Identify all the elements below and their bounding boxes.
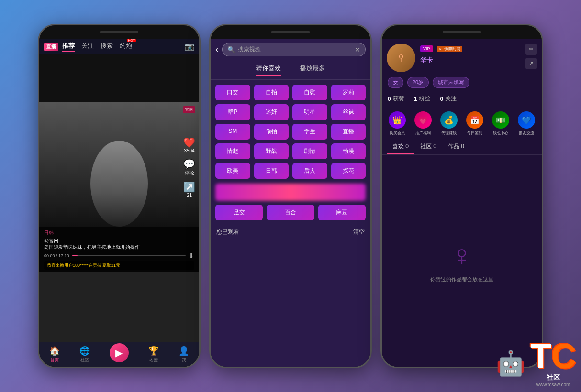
tag-bottom-0[interactable]: 足交 — [215, 205, 263, 220]
hot-badge: HOT — [127, 39, 136, 42]
search-bar[interactable]: 🔍 搜索视频 ✕ — [222, 43, 366, 56]
video-side-actions: ❤️ 3504 💬 评论 ↗️ 21 — [183, 137, 195, 198]
tag-bottom-1[interactable]: 百合 — [267, 205, 314, 220]
vip-expire-badge: VIP到期时间 — [437, 46, 462, 52]
tag-3[interactable]: 罗莉 — [331, 85, 366, 100]
tag-4[interactable]: 群P — [215, 104, 250, 120]
tag-17[interactable]: 日韩 — [254, 163, 289, 179]
video-main[interactable]: 官网 ❤️ 3504 💬 评论 ↗️ 21 — [39, 102, 199, 227]
video-title: @官网 岛国短发韵味妹妹，把男主按地上就开始操作 — [44, 238, 194, 250]
notch-bar-1 — [100, 31, 138, 33]
home-label: 首页 — [50, 357, 59, 363]
tag-16[interactable]: 欧美 — [215, 163, 250, 179]
nav-tab-search[interactable]: 搜索 — [101, 42, 113, 52]
tag-1[interactable]: 自拍 — [254, 85, 289, 100]
profile-action-icons: ✏ ↗ — [525, 44, 537, 69]
comment-icon: 💬 — [183, 158, 195, 170]
profile-tag-gender: 女 — [388, 77, 403, 88]
search-tab-popular[interactable]: 播放最多 — [300, 64, 325, 76]
empty-content: ♀ 你赞过的作品都会放在这里 — [382, 155, 542, 367]
like-count: 3504 — [184, 148, 194, 153]
follow-label: 关注 — [445, 95, 457, 103]
edit-icon[interactable]: ✏ — [525, 44, 537, 55]
action-signin[interactable]: 📅 每日签到 — [463, 111, 486, 136]
tag-bottom-2[interactable]: 麻豆 — [318, 205, 366, 220]
tag-2[interactable]: 自慰 — [292, 85, 327, 100]
share-profile-icon[interactable]: ↗ — [525, 58, 537, 69]
tag-11[interactable]: 直播 — [331, 124, 366, 140]
content-tab-works[interactable]: 作品 0 — [442, 140, 470, 154]
bottom-nav-center[interactable]: ▶ — [110, 343, 129, 366]
bottom-nav-community[interactable]: 🌐 社区 — [79, 346, 90, 363]
bottom-nav-home[interactable]: 🏠 首页 — [49, 346, 60, 363]
tag-19[interactable]: 探花 — [331, 163, 366, 179]
nav-tab-date[interactable]: 约炮 HOT — [120, 42, 132, 52]
content-tab-community[interactable]: 社区 0 — [414, 140, 442, 154]
comment-action[interactable]: 💬 评论 — [183, 158, 195, 176]
signin-action-icon: 📅 — [466, 111, 483, 129]
share-action[interactable]: ↗️ 21 — [183, 181, 195, 198]
notch-bar-3 — [443, 31, 481, 33]
search-tab-guess[interactable]: 猜你喜欢 — [256, 64, 281, 76]
phone1-nav: 直播 推荐 关注 搜索 约炮 HOT 📷 — [39, 39, 199, 54]
download-icon[interactable]: ⬇ — [189, 252, 194, 260]
fans-label: 粉丝 — [419, 95, 430, 103]
likes-count: 0 — [388, 96, 391, 102]
rank-icon: 🏆 — [148, 346, 159, 356]
tag-10[interactable]: 学生 — [292, 124, 327, 140]
tag-0[interactable]: 口交 — [215, 85, 250, 100]
promo-action-label: 推广福利 — [415, 131, 431, 136]
profile-tags: 女 20岁 城市未填写 — [382, 77, 542, 92]
phone-notch-3 — [382, 25, 542, 39]
progress-fill — [72, 255, 78, 256]
phone2-content: ‹ 🔍 搜索视频 ✕ 猜你喜欢 播放最多 口交 自拍 自慰 罗莉 群P 迷奸 明… — [211, 39, 370, 367]
tag-13[interactable]: 野战 — [254, 143, 289, 159]
watermark: 🤖 TC 社区 www.tcsaw.com — [496, 339, 576, 387]
likes-label: 获赞 — [393, 95, 404, 103]
stat-fans: 1 粉丝 — [414, 95, 431, 103]
camera-icon[interactable]: 📷 — [185, 42, 194, 51]
phone-1: 直播 推荐 关注 搜索 约炮 HOT 📷 官网 ❤️ — [38, 24, 201, 368]
progress-bar[interactable] — [72, 255, 186, 256]
bottom-nav-1: 🏠 首页 🌐 社区 ▶ 🏆 名麦 👤 我 — [39, 342, 199, 367]
action-wallet[interactable]: 💵 钱包中心 — [489, 111, 512, 136]
tag-9[interactable]: 偷拍 — [254, 124, 289, 140]
action-friends[interactable]: 💙 撸友交流 — [515, 111, 538, 136]
center-button[interactable]: ▶ — [110, 343, 129, 362]
tag-6[interactable]: 明星 — [292, 104, 327, 120]
video-top-bar — [39, 54, 199, 102]
search-clear-icon[interactable]: ✕ — [355, 46, 360, 54]
video-progress-bar[interactable]: 00:00 / 17:10 ⬇ — [44, 252, 194, 260]
like-action[interactable]: ❤️ 3504 — [183, 137, 195, 153]
vip-action-label: 购买会员 — [390, 131, 405, 136]
rank-label: 名麦 — [149, 357, 158, 363]
profile-label: 我 — [182, 357, 186, 363]
nav-tab-follow[interactable]: 关注 — [81, 42, 94, 52]
tag-8[interactable]: SM — [215, 124, 250, 140]
action-promo[interactable]: 💗 推广福利 — [412, 111, 435, 136]
bottom-nav-profile[interactable]: 👤 我 — [179, 346, 189, 363]
tag-12[interactable]: 情趣 — [215, 143, 250, 159]
profile-nickname: 华卡 — [420, 56, 521, 65]
action-agent[interactable]: 💰 代理赚钱 — [437, 111, 460, 136]
history-clear-button[interactable]: 清空 — [353, 228, 365, 236]
content-tab-likes[interactable]: 喜欢 0 — [387, 140, 414, 154]
video-area[interactable]: 官网 ❤️ 3504 💬 评论 ↗️ 21 — [39, 54, 199, 342]
video-bottom: 日韩 @官网 岛国短发韵味妹妹，把男主按地上就开始操作 00:00 / 17:1… — [39, 227, 199, 272]
nav-tab-recommend[interactable]: 推荐 — [62, 42, 75, 52]
back-button[interactable]: ‹ — [215, 44, 218, 54]
tags-grid: 口交 自拍 自慰 罗莉 群P 迷奸 明星 丝袜 SM 偷拍 学生 直播 情趣 野… — [211, 80, 370, 184]
bottom-nav-rank[interactable]: 🏆 名麦 — [148, 346, 159, 363]
tag-15[interactable]: 动漫 — [331, 143, 366, 159]
tag-7[interactable]: 丝袜 — [331, 104, 366, 120]
home-icon: 🏠 — [49, 346, 60, 356]
tag-18[interactable]: 后入 — [292, 163, 327, 179]
phone-notch-1 — [39, 25, 199, 39]
friends-action-icon: 💙 — [518, 111, 535, 129]
community-icon: 🌐 — [79, 346, 90, 356]
tag-5[interactable]: 迷奸 — [254, 104, 289, 120]
tag-14[interactable]: 剧情 — [292, 143, 327, 159]
stat-likes: 0 获赞 — [388, 95, 404, 103]
action-vip[interactable]: 👑 购买会员 — [386, 111, 409, 136]
wallet-action-icon: 💵 — [492, 111, 509, 129]
